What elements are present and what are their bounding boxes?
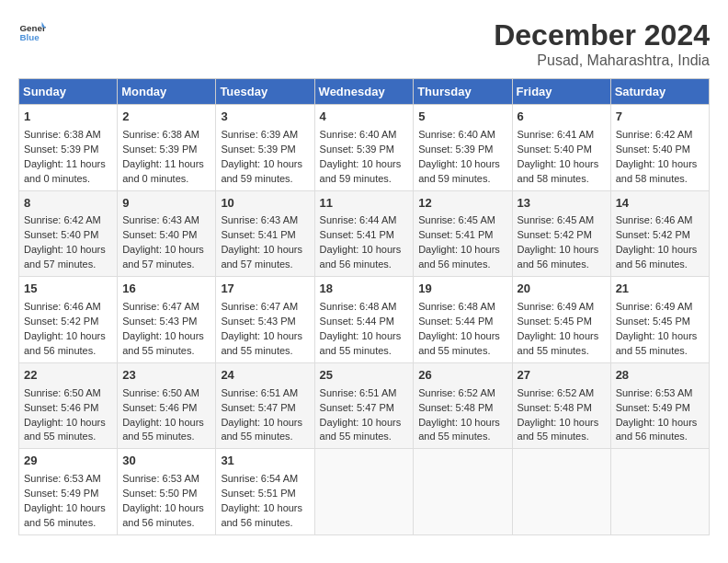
sunrise: Sunrise: 6:52 AM: [418, 387, 495, 398]
sunrise: Sunrise: 6:43 AM: [221, 214, 298, 225]
daylight-label: Daylight: 10 hours and 56 minutes.: [24, 502, 106, 528]
calendar-week-1: 1Sunrise: 6:38 AMSunset: 5:39 PMDaylight…: [19, 105, 710, 191]
day-number: 1: [24, 109, 112, 126]
daylight-label: Daylight: 10 hours and 55 minutes.: [221, 417, 302, 442]
calendar-cell: 27Sunrise: 6:52 AMSunset: 5:48 PMDayligh…: [512, 362, 610, 449]
daylight-label: Daylight: 10 hours and 57 minutes.: [24, 244, 106, 270]
sunset: Sunset: 5:44 PM: [320, 316, 394, 327]
daylight-label: Daylight: 10 hours and 56 minutes.: [616, 244, 698, 270]
sunrise: Sunrise: 6:54 AM: [221, 473, 298, 484]
daylight-label: Daylight: 11 hours and 0 minutes.: [122, 158, 204, 184]
day-number: 26: [418, 367, 506, 385]
calendar-week-2: 8Sunrise: 6:42 AMSunset: 5:40 PMDaylight…: [19, 190, 710, 277]
day-number: 19: [418, 281, 506, 298]
sunrise: Sunrise: 6:53 AM: [24, 473, 101, 484]
sunset: Sunset: 5:41 PM: [418, 229, 493, 240]
col-wednesday: Wednesday: [314, 79, 414, 105]
day-number: 24: [221, 367, 309, 385]
daylight-label: Daylight: 10 hours and 55 minutes.: [221, 330, 302, 356]
calendar-cell: 7Sunrise: 6:42 AMSunset: 5:40 PMDaylight…: [610, 105, 709, 191]
sunset: Sunset: 5:40 PM: [616, 144, 690, 155]
day-number: 29: [24, 453, 112, 470]
sunset: Sunset: 5:43 PM: [221, 316, 295, 327]
daylight-label: Daylight: 10 hours and 56 minutes.: [122, 502, 204, 528]
sunset: Sunset: 5:45 PM: [616, 316, 690, 327]
day-number: 12: [418, 195, 506, 213]
sunset: Sunset: 5:47 PM: [320, 402, 394, 413]
sunset: Sunset: 5:42 PM: [518, 229, 592, 240]
day-number: 18: [320, 281, 409, 298]
day-number: 8: [24, 195, 112, 213]
day-number: 3: [221, 109, 309, 126]
calendar-cell: [610, 449, 709, 535]
sunrise: Sunrise: 6:47 AM: [122, 301, 199, 312]
sunset: Sunset: 5:49 PM: [616, 402, 690, 413]
daylight-label: Daylight: 10 hours and 55 minutes.: [122, 330, 204, 356]
day-number: 10: [221, 195, 309, 213]
sunrise: Sunrise: 6:47 AM: [221, 301, 298, 312]
calendar-cell: 15Sunrise: 6:46 AMSunset: 5:42 PMDayligh…: [19, 277, 118, 363]
calendar-cell: 22Sunrise: 6:50 AMSunset: 5:46 PMDayligh…: [19, 362, 118, 449]
sunset: Sunset: 5:42 PM: [616, 229, 690, 240]
sunrise: Sunrise: 6:43 AM: [122, 214, 199, 225]
col-thursday: Thursday: [414, 79, 512, 105]
sunrise: Sunrise: 6:40 AM: [418, 129, 495, 140]
day-number: 23: [122, 367, 210, 385]
calendar-cell: [414, 449, 512, 535]
day-number: 7: [616, 109, 704, 126]
sunset: Sunset: 5:39 PM: [122, 144, 197, 155]
day-number: 28: [616, 367, 704, 385]
calendar-cell: 17Sunrise: 6:47 AMSunset: 5:43 PMDayligh…: [216, 277, 314, 363]
sunset: Sunset: 5:47 PM: [221, 402, 295, 413]
calendar-cell: 30Sunrise: 6:53 AMSunset: 5:50 PMDayligh…: [118, 449, 216, 535]
calendar-cell: 28Sunrise: 6:53 AMSunset: 5:49 PMDayligh…: [610, 362, 709, 449]
daylight-label: Daylight: 10 hours and 56 minutes.: [320, 244, 402, 270]
sunrise: Sunrise: 6:52 AM: [518, 387, 595, 398]
sunrise: Sunrise: 6:40 AM: [320, 129, 397, 140]
day-number: 16: [122, 281, 210, 298]
calendar-cell: 13Sunrise: 6:45 AMSunset: 5:42 PMDayligh…: [512, 190, 610, 277]
calendar-cell: 26Sunrise: 6:52 AMSunset: 5:48 PMDayligh…: [414, 362, 512, 449]
svg-text:Blue: Blue: [20, 32, 40, 42]
sunset: Sunset: 5:46 PM: [24, 402, 98, 413]
logo-icon: General Blue: [18, 18, 46, 46]
daylight-label: Daylight: 10 hours and 56 minutes.: [418, 244, 500, 270]
sunset: Sunset: 5:39 PM: [221, 144, 295, 155]
daylight-label: Daylight: 10 hours and 55 minutes.: [320, 417, 402, 442]
sunset: Sunset: 5:40 PM: [122, 229, 197, 240]
calendar-cell: [512, 449, 610, 535]
calendar-cell: 24Sunrise: 6:51 AMSunset: 5:47 PMDayligh…: [216, 362, 314, 449]
calendar-cell: 9Sunrise: 6:43 AMSunset: 5:40 PMDaylight…: [118, 190, 216, 277]
calendar-week-5: 29Sunrise: 6:53 AMSunset: 5:49 PMDayligh…: [19, 449, 710, 535]
daylight-label: Daylight: 10 hours and 57 minutes.: [122, 244, 204, 270]
calendar-cell: 23Sunrise: 6:50 AMSunset: 5:46 PMDayligh…: [118, 362, 216, 449]
calendar-cell: 14Sunrise: 6:46 AMSunset: 5:42 PMDayligh…: [610, 190, 709, 277]
daylight-label: Daylight: 10 hours and 55 minutes.: [418, 417, 500, 442]
day-number: 20: [518, 281, 606, 298]
calendar-cell: 29Sunrise: 6:53 AMSunset: 5:49 PMDayligh…: [19, 449, 118, 535]
calendar-week-3: 15Sunrise: 6:46 AMSunset: 5:42 PMDayligh…: [19, 277, 710, 363]
calendar-cell: 18Sunrise: 6:48 AMSunset: 5:44 PMDayligh…: [314, 277, 414, 363]
daylight-label: Daylight: 10 hours and 55 minutes.: [518, 417, 599, 442]
day-number: 22: [24, 367, 112, 385]
title-section: December 2024 Pusad, Maharashtra, India: [494, 18, 710, 69]
daylight-label: Daylight: 10 hours and 59 minutes.: [418, 158, 500, 184]
col-sunday: Sunday: [19, 79, 118, 105]
day-number: 11: [320, 195, 409, 213]
sunset: Sunset: 5:40 PM: [518, 144, 592, 155]
calendar-cell: 25Sunrise: 6:51 AMSunset: 5:47 PMDayligh…: [314, 362, 414, 449]
sunset: Sunset: 5:48 PM: [518, 402, 592, 413]
logo: General Blue: [18, 18, 46, 46]
daylight-label: Daylight: 10 hours and 58 minutes.: [518, 158, 599, 184]
calendar-week-4: 22Sunrise: 6:50 AMSunset: 5:46 PMDayligh…: [19, 362, 710, 449]
sunrise: Sunrise: 6:51 AM: [221, 387, 298, 398]
calendar-cell: 2Sunrise: 6:38 AMSunset: 5:39 PMDaylight…: [118, 105, 216, 191]
sunrise: Sunrise: 6:39 AM: [221, 129, 298, 140]
header-row: Sunday Monday Tuesday Wednesday Thursday…: [19, 79, 710, 105]
day-number: 17: [221, 281, 309, 298]
sunrise: Sunrise: 6:38 AM: [122, 129, 199, 140]
month-title: December 2024: [494, 18, 710, 52]
day-number: 2: [122, 109, 210, 126]
sunset: Sunset: 5:39 PM: [24, 144, 98, 155]
sunset: Sunset: 5:45 PM: [518, 316, 592, 327]
